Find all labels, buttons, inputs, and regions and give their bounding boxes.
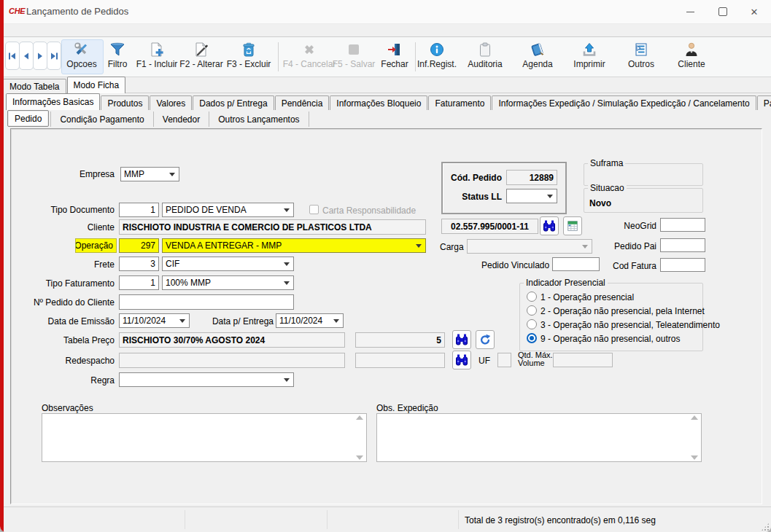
tab-label: Informações Bloqueio — [336, 98, 421, 109]
tab-faturamento[interactable]: Faturamento — [428, 95, 491, 110]
cliente-search-button[interactable] — [540, 216, 559, 235]
tipo-faturamento-combo[interactable]: 100% MMP — [162, 275, 294, 290]
scroll-up-icon[interactable] — [356, 415, 363, 420]
chevron-down-icon — [284, 378, 290, 382]
chevron-down-icon — [169, 173, 175, 176]
maximize-button[interactable] — [706, 0, 740, 23]
operacao-code: 297 — [141, 239, 155, 252]
toolbar-button-opcoes[interactable]: Opcoes — [61, 41, 103, 74]
frete-combo[interactable]: CIF — [162, 257, 294, 271]
person-icon — [683, 41, 700, 58]
redespacho-search-button[interactable] — [452, 351, 471, 369]
subtab-separator — [309, 112, 309, 127]
nav-last-icon — [50, 52, 58, 60]
operacao-combo[interactable]: VENDA A ENTREGAR - MMP — [162, 238, 426, 253]
tab-papeleta[interactable]: Papeleta — [757, 95, 771, 110]
subtab-pedido[interactable]: Pedido — [7, 110, 49, 127]
filter-icon — [109, 41, 125, 58]
toolbar-button-inf-regist[interactable]: Inf.Regist. — [413, 41, 461, 74]
pedido-vinculado-input[interactable] — [552, 257, 600, 271]
close-button[interactable]: ✕ — [737, 0, 771, 23]
tab-modo-ficha[interactable]: Modo Ficha — [67, 77, 126, 93]
tab-modo-tabela[interactable]: Modo Tabela — [3, 79, 66, 93]
cod-fatura-input[interactable] — [660, 258, 705, 272]
num-pedido-cliente-input[interactable] — [119, 294, 294, 310]
tab-informacoes-basicas[interactable]: Informações Basicas — [6, 93, 100, 110]
frete-code-input[interactable]: 3 — [119, 257, 159, 271]
app-logo-icon: CHE — [9, 7, 25, 15]
toolbar-button-fechar[interactable]: Fechar — [377, 41, 412, 74]
nav-first-button[interactable] — [5, 42, 20, 70]
cnpj-value: 02.557.995/0001-11 — [451, 220, 529, 233]
resize-grip[interactable] — [762, 523, 769, 531]
tab-label: Dados p/ Entrega — [199, 98, 267, 109]
toolbar-button-cliente[interactable]: Cliente — [670, 41, 713, 74]
radio-nao-presencial-teleatendimento[interactable] — [527, 319, 537, 329]
toolbar-button-auditoria[interactable]: Auditoria — [463, 41, 507, 74]
subtab-condicao-pagamento[interactable]: Condição Pagamento — [53, 112, 151, 127]
obs-expedicao-textarea[interactable] — [376, 413, 702, 462]
radio-nao-presencial-internet[interactable] — [527, 305, 537, 316]
nav-prev-button[interactable] — [19, 42, 34, 70]
toolbar-button-f2-alterar[interactable]: F2 - Alterar — [175, 41, 228, 74]
data-emissao-label: Data de Emissão — [15, 316, 115, 326]
tab-valores[interactable]: Valores — [150, 95, 192, 110]
toolbar-button-outros[interactable]: Outros — [619, 41, 663, 74]
cliente-sheet-button[interactable] — [563, 216, 582, 235]
scroll-down-icon[interactable] — [356, 455, 363, 460]
tabela-preco-refresh-button[interactable] — [476, 330, 495, 349]
info-icon — [429, 41, 445, 58]
tab-label: Modo Tabela — [9, 82, 60, 92]
data-entrega-picker[interactable]: 11/10/2024 — [276, 313, 344, 328]
statusbar-separator — [327, 510, 328, 529]
empresa-combo[interactable]: MMP — [120, 167, 179, 181]
tipo-documento-code-input[interactable]: 1 — [119, 203, 159, 217]
pedido-pai-input[interactable] — [660, 238, 705, 252]
toolbar-button-f3-excluir[interactable]: F3 - Excluir — [223, 41, 274, 74]
neogrid-input[interactable] — [660, 218, 705, 232]
carta-responsabilidade-checkbox[interactable] — [309, 205, 319, 214]
agenda-book-icon — [530, 41, 546, 58]
nav-next-button[interactable] — [33, 42, 47, 70]
cod-pedido-field: 12889 — [506, 170, 557, 185]
status-ll-combo[interactable] — [506, 189, 557, 203]
minimize-button[interactable] — [673, 0, 707, 23]
tab-informacoes-bloqueio[interactable]: Informações Bloqueio — [330, 95, 427, 110]
uf-field — [497, 353, 511, 367]
toolbar-button-label: F1 - Incluir — [136, 59, 178, 69]
tab-produtos[interactable]: Produtos — [101, 95, 149, 110]
radio-label-9: 9 - Operação não presencial, outros — [541, 334, 680, 344]
toolbar-button-label: Agenda — [522, 59, 552, 69]
toolbar-button-label: Fechar — [381, 59, 408, 69]
toolbar-button-agenda[interactable]: Agenda — [516, 41, 559, 74]
subtab-outros-lancamentos[interactable]: Outros Lançamentos — [211, 112, 306, 127]
redespacho-code-field — [355, 353, 445, 368]
scroll-down-icon[interactable] — [691, 455, 698, 460]
statusbar-message: Total de 3 registro(s) encontrado(s) em … — [465, 515, 656, 525]
regra-combo[interactable] — [119, 372, 294, 387]
tabela-preco-search-button[interactable] — [452, 330, 471, 349]
operacao-code-input[interactable]: 297 — [119, 238, 159, 253]
exit-door-icon — [387, 41, 403, 58]
radio-operacao-presencial[interactable] — [527, 292, 537, 302]
empresa-label: Empresa — [44, 169, 115, 179]
tipo-documento-combo[interactable]: PEDIDO DE VENDA — [162, 203, 294, 217]
tabela-preco-code: 5 — [436, 334, 441, 347]
chevron-down-icon — [284, 208, 290, 212]
binoculars-icon — [454, 332, 469, 347]
radio-nao-presencial-outros[interactable] — [527, 333, 537, 343]
nav-first-icon — [8, 52, 17, 60]
tab-dados-entrega[interactable]: Dados p/ Entrega — [193, 95, 274, 110]
observacoes-scrollbar[interactable] — [354, 415, 365, 460]
subtab-vendedor[interactable]: Vendedor — [155, 112, 207, 127]
tipo-faturamento-code-input[interactable]: 1 — [119, 275, 159, 290]
toolbar-button-imprimir[interactable]: Imprimir — [567, 41, 612, 74]
data-emissao-picker[interactable]: 11/10/2024 — [119, 313, 190, 328]
scroll-up-icon[interactable] — [691, 415, 698, 420]
observacoes-textarea[interactable] — [42, 413, 367, 462]
left-red-edge — [0, 0, 4, 532]
tab-pendencia[interactable]: Pendência — [275, 95, 330, 110]
nav-last-button[interactable] — [47, 42, 61, 70]
tab-informacoes-expedicao[interactable]: Informações Expedição / Simulação Expedi… — [492, 95, 756, 110]
obs-expedicao-scrollbar[interactable] — [689, 415, 700, 460]
